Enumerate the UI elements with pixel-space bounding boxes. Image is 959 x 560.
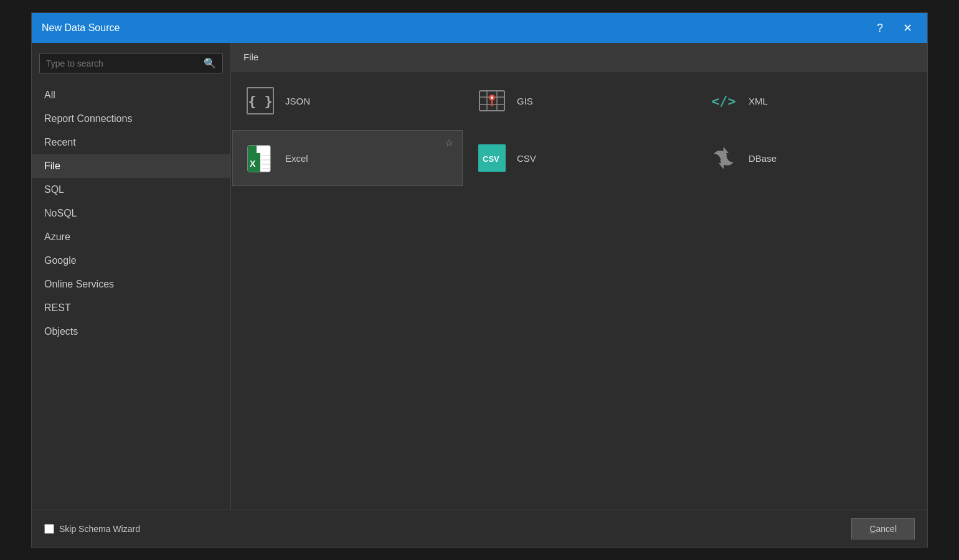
sidebar-item-all[interactable]: All bbox=[32, 83, 230, 107]
svg-text:CSV: CSV bbox=[483, 154, 499, 164]
grid-item-xml[interactable]: </> XML bbox=[696, 73, 926, 129]
excel-label: Excel bbox=[285, 153, 308, 164]
gis-icon bbox=[477, 86, 507, 116]
grid-item-csv[interactable]: CSV CSV bbox=[464, 130, 694, 186]
grid-item-gis[interactable]: GIS bbox=[464, 73, 694, 129]
grid-item-dbase[interactable]: DBase bbox=[696, 130, 926, 186]
dbase-icon bbox=[709, 143, 739, 173]
titlebar: New Data Source ? ✕ bbox=[32, 13, 927, 43]
svg-point-6 bbox=[491, 96, 493, 99]
csv-icon: CSV bbox=[477, 143, 507, 173]
gis-label: GIS bbox=[517, 96, 533, 106]
skip-schema-wizard-checkbox[interactable] bbox=[44, 524, 54, 534]
nav-list: All Report Connections Recent File SQL N… bbox=[32, 81, 230, 346]
sidebar: 🔍 All Report Connections Recent File SQL… bbox=[32, 43, 231, 510]
json-icon: { } bbox=[245, 86, 275, 116]
sidebar-item-google[interactable]: Google bbox=[32, 249, 230, 273]
close-button[interactable]: ✕ bbox=[898, 20, 917, 36]
svg-rect-10 bbox=[248, 146, 257, 154]
sidebar-item-objects[interactable]: Objects bbox=[32, 320, 230, 343]
excel-icon: X bbox=[245, 143, 275, 173]
sidebar-item-report-connections[interactable]: Report Connections bbox=[32, 107, 230, 131]
xml-icon: </> bbox=[709, 86, 739, 116]
sidebar-item-rest[interactable]: REST bbox=[32, 296, 230, 320]
star-icon[interactable]: ☆ bbox=[445, 137, 453, 149]
items-grid: { } JSON bbox=[231, 72, 927, 187]
footer: Skip Schema Wizard Cancel bbox=[32, 510, 927, 547]
xml-label: XML bbox=[749, 96, 768, 106]
dialog-title: New Data Source bbox=[42, 22, 120, 34]
csv-label: CSV bbox=[517, 153, 536, 164]
sidebar-item-file[interactable]: File bbox=[32, 154, 230, 178]
json-label: JSON bbox=[285, 96, 310, 106]
cancel-underline-char: C bbox=[869, 524, 876, 534]
search-box[interactable]: 🔍 bbox=[39, 53, 223, 73]
main-content: File { } JSON bbox=[231, 43, 927, 510]
sidebar-item-azure[interactable]: Azure bbox=[32, 225, 230, 249]
titlebar-controls: ? ✕ bbox=[872, 20, 917, 36]
section-header: File bbox=[231, 43, 927, 72]
grid-item-json[interactable]: { } JSON bbox=[232, 73, 463, 129]
cancel-button[interactable]: Cancel bbox=[851, 518, 915, 539]
svg-text:X: X bbox=[250, 159, 256, 169]
sidebar-item-sql[interactable]: SQL bbox=[32, 178, 230, 202]
search-icon: 🔍 bbox=[204, 57, 216, 69]
skip-schema-wizard-label: Skip Schema Wizard bbox=[59, 524, 140, 534]
sidebar-item-recent[interactable]: Recent bbox=[32, 131, 230, 154]
search-input[interactable] bbox=[46, 58, 204, 68]
dbase-label: DBase bbox=[749, 153, 777, 164]
help-button[interactable]: ? bbox=[872, 20, 888, 36]
cancel-label: Cancel bbox=[869, 524, 897, 534]
grid-item-excel[interactable]: X Excel ☆ bbox=[232, 130, 463, 186]
skip-wizard-container: Skip Schema Wizard bbox=[44, 524, 140, 534]
sidebar-item-nosql[interactable]: NoSQL bbox=[32, 202, 230, 225]
new-data-source-dialog: New Data Source ? ✕ 🔍 All Report Connect… bbox=[31, 12, 928, 548]
dialog-body: 🔍 All Report Connections Recent File SQL… bbox=[32, 43, 927, 510]
sidebar-item-online-services[interactable]: Online Services bbox=[32, 273, 230, 296]
